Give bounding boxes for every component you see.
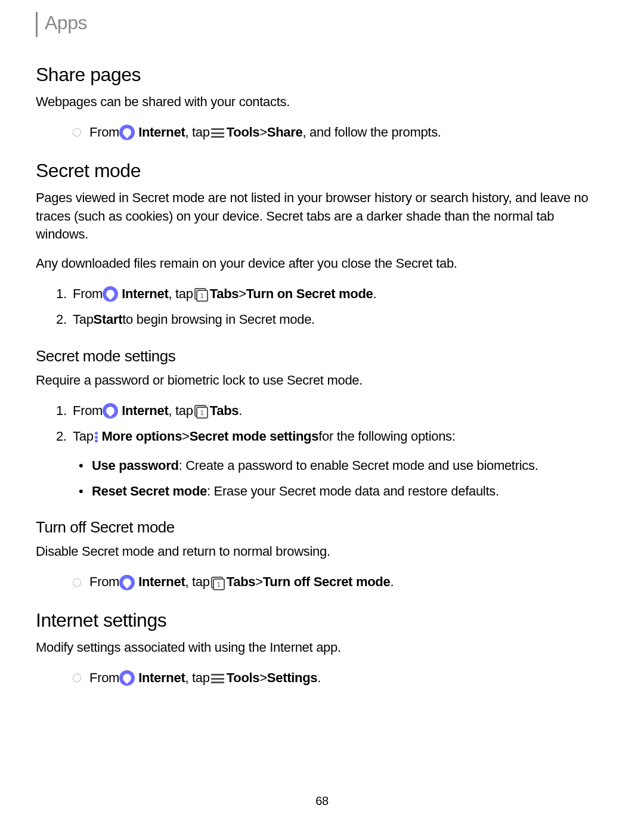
text: From bbox=[73, 284, 103, 304]
text: Tap bbox=[73, 426, 94, 446]
internet-icon bbox=[119, 670, 135, 686]
text: . bbox=[373, 284, 377, 304]
step-internet-settings: From Internet , tap Tools > Settings . bbox=[56, 668, 608, 688]
heading-turn-off-secret: Turn off Secret mode bbox=[36, 518, 608, 537]
heading-share-pages: Share pages bbox=[36, 64, 608, 86]
text: , tap bbox=[185, 668, 209, 688]
text: Internet bbox=[138, 122, 185, 142]
step-secret-1: From Internet , tap Tabs > Turn on Secre… bbox=[56, 284, 608, 304]
text: > bbox=[259, 668, 267, 688]
section-share-pages: Share pages Webpages can be shared with … bbox=[36, 64, 608, 142]
tabs-icon bbox=[194, 288, 208, 301]
text: From bbox=[89, 122, 119, 142]
section-internet-settings: Internet settings Modify settings associ… bbox=[36, 609, 608, 688]
text: Internet bbox=[138, 668, 185, 688]
tools-icon bbox=[211, 674, 224, 683]
text: Tabs bbox=[210, 401, 239, 420]
internet-icon bbox=[119, 575, 135, 590]
text: . bbox=[239, 401, 242, 420]
text: From bbox=[89, 572, 119, 592]
text: . bbox=[317, 668, 321, 688]
text: , and follow the prompts. bbox=[302, 122, 441, 142]
text: , tap bbox=[168, 401, 193, 420]
text: > bbox=[239, 284, 246, 304]
breadcrumb-wrap: Apps bbox=[36, 12, 608, 37]
text: Tap bbox=[73, 309, 94, 329]
text: From bbox=[89, 668, 119, 688]
text: Tools bbox=[227, 668, 260, 688]
text: Share bbox=[267, 122, 303, 142]
text: . bbox=[390, 572, 394, 592]
heading-secret-mode: Secret mode bbox=[36, 160, 608, 182]
document-page: Apps Share pages Webpages can be shared … bbox=[0, 0, 644, 735]
step-turnoff: From Internet , tap Tabs > Turn off Secr… bbox=[56, 572, 608, 592]
text: > bbox=[182, 426, 190, 446]
text: Tools bbox=[227, 122, 260, 142]
heading-secret-settings: Secret mode settings bbox=[36, 347, 608, 366]
step-secret-2: Tap Start to begin browsing in Secret mo… bbox=[56, 309, 608, 329]
section-turn-off-secret: Turn off Secret mode Disable Secret mode… bbox=[36, 518, 608, 592]
internet-icon bbox=[103, 403, 118, 419]
text: , tap bbox=[185, 122, 209, 142]
dotted-bullet-icon bbox=[73, 128, 81, 137]
option-reset-secret: Reset Secret mode: Erase your Secret mod… bbox=[79, 482, 608, 501]
text: Turn off Secret mode bbox=[263, 572, 391, 592]
text: Tabs bbox=[227, 572, 256, 592]
internet-icon bbox=[103, 286, 118, 302]
text: for the following options: bbox=[318, 426, 455, 446]
tabs-icon bbox=[194, 405, 208, 418]
text: > bbox=[259, 122, 267, 142]
heading-internet-settings: Internet settings bbox=[36, 609, 608, 631]
text: Tabs bbox=[210, 284, 239, 304]
dotted-bullet-icon bbox=[73, 674, 81, 682]
page-number: 68 bbox=[0, 794, 644, 808]
text-secret-desc1: Pages viewed in Secret mode are not list… bbox=[36, 189, 608, 244]
text-turnoff-desc: Disable Secret mode and return to normal… bbox=[36, 543, 608, 561]
text: : Erase your Secret mode data and restor… bbox=[207, 484, 499, 498]
text: : Create a password to enable Secret mod… bbox=[179, 458, 538, 473]
text: From bbox=[73, 401, 103, 420]
text: Secret mode settings bbox=[190, 426, 319, 446]
dotted-bullet-icon bbox=[73, 578, 81, 587]
text-secret-desc2: Any downloaded files remain on your devi… bbox=[36, 255, 608, 273]
breadcrumb: Apps bbox=[45, 12, 87, 34]
text: Start bbox=[94, 309, 123, 329]
more-options-icon bbox=[95, 432, 98, 442]
text: Internet bbox=[122, 401, 168, 420]
text: Settings bbox=[267, 668, 317, 688]
text: > bbox=[255, 572, 263, 592]
step-settings-1: From Internet , tap Tabs . bbox=[56, 401, 608, 420]
text: to begin browsing in Secret mode. bbox=[122, 309, 315, 329]
option-use-password: Use password: Create a password to enabl… bbox=[79, 457, 608, 475]
text: More options bbox=[102, 426, 182, 446]
text: Use password bbox=[92, 458, 179, 473]
text: Turn on Secret mode bbox=[246, 284, 373, 304]
section-secret-settings: Secret mode settings Require a password … bbox=[36, 347, 608, 500]
internet-icon bbox=[119, 125, 135, 140]
text-internet-settings-desc: Modify settings associated with using th… bbox=[36, 639, 608, 657]
text: , tap bbox=[185, 572, 209, 592]
step-settings-2: Tap More options > Secret mode settings … bbox=[56, 426, 608, 446]
tools-icon bbox=[211, 128, 224, 138]
tabs-icon bbox=[211, 577, 224, 590]
secret-settings-options: Use password: Create a password to enabl… bbox=[79, 457, 608, 501]
text: Internet bbox=[138, 572, 185, 592]
text-share-desc: Webpages can be shared with your contact… bbox=[36, 93, 608, 112]
text: Reset Secret mode bbox=[92, 484, 207, 498]
text: , tap bbox=[168, 284, 193, 304]
step-share: From Internet , tap Tools > Share , and … bbox=[56, 122, 608, 142]
text: Internet bbox=[122, 284, 168, 304]
text-secret-settings-desc: Require a password or biometric lock to … bbox=[36, 371, 608, 390]
section-secret-mode: Secret mode Pages viewed in Secret mode … bbox=[36, 160, 608, 329]
